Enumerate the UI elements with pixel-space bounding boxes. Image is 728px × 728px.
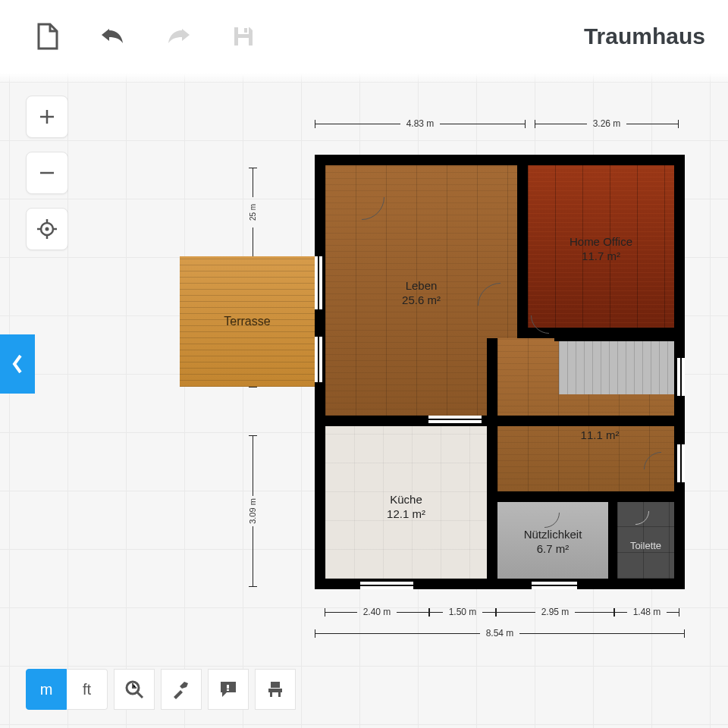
room-utility[interactable]: Nützlichkeit6.7 m² <box>497 502 608 579</box>
center-view-button[interactable] <box>26 208 68 250</box>
room-toilet[interactable]: Toilette <box>617 502 674 579</box>
interior-wall <box>554 334 676 341</box>
project-title[interactable]: Traumhaus <box>584 24 705 49</box>
interior-wall <box>487 491 685 502</box>
redo-button[interactable] <box>161 19 196 54</box>
door-arc <box>339 174 384 220</box>
save-icon <box>231 24 256 49</box>
window <box>315 256 322 309</box>
room-office[interactable]: Home Office11.7 m² <box>528 165 674 328</box>
chevron-left-icon <box>10 353 25 375</box>
redo-icon <box>165 26 191 47</box>
measure-icon <box>124 679 145 700</box>
canvas-fade <box>0 73 728 83</box>
room-terrace-label: Terrasse <box>180 256 315 387</box>
dimension-bottom-c: 2.95 m <box>496 607 614 617</box>
build-tool-button[interactable] <box>161 669 202 710</box>
svg-rect-6 <box>227 685 229 689</box>
dimension-bottom-d: 1.48 m <box>614 607 679 617</box>
dimension-bottom-total: 8.54 m <box>315 628 685 639</box>
chair-icon <box>265 679 285 699</box>
plus-icon <box>39 108 55 125</box>
window <box>532 582 577 589</box>
interior-wall <box>517 155 528 338</box>
window <box>677 358 685 396</box>
unit-metric-button[interactable]: m <box>26 669 67 710</box>
zoom-in-button[interactable] <box>26 96 68 138</box>
undo-icon <box>100 26 126 47</box>
interior-wall <box>487 416 497 589</box>
interior-wall <box>487 416 685 426</box>
window <box>315 337 322 382</box>
bottom-toolbar: m ft <box>26 669 296 710</box>
svg-rect-2 <box>244 28 247 33</box>
door-arc <box>529 497 560 528</box>
room-kitchen-label: Küche12.1 m² <box>325 493 487 522</box>
room-toilet-label: Toilette <box>617 540 674 552</box>
unit-toggle: m ft <box>26 669 108 710</box>
furnish-tool-button[interactable] <box>255 669 296 710</box>
window <box>428 416 482 423</box>
room-office-label: Home Office11.7 m² <box>528 235 674 264</box>
top-toolbar: Traumhaus <box>0 0 728 73</box>
note-tool-button[interactable] <box>208 669 249 710</box>
window <box>677 444 685 482</box>
undo-button[interactable] <box>96 19 130 54</box>
room-utility-label: Nützlichkeit6.7 m² <box>497 528 608 557</box>
room-kitchen[interactable]: Küche12.1 m² <box>325 426 487 579</box>
svg-point-4 <box>46 228 49 231</box>
new-file-button[interactable] <box>30 19 65 54</box>
dimension-left-upper: 25 m <box>247 168 258 257</box>
stairs <box>559 338 674 394</box>
svg-rect-7 <box>227 689 229 691</box>
canvas[interactable]: 4.83 m 3.26 m 25 m 1.40 m 3.09 m 2.40 m … <box>0 73 728 728</box>
window <box>360 582 413 589</box>
expand-side-panel-button[interactable] <box>0 334 35 394</box>
dimension-bottom-b: 1.50 m <box>429 607 496 617</box>
dimension-bottom-a: 2.40 m <box>325 607 429 617</box>
minus-icon <box>39 165 55 181</box>
svg-rect-1 <box>238 38 249 46</box>
zoom-controls <box>26 96 68 250</box>
measure-tool-button[interactable] <box>114 669 155 710</box>
unit-imperial-button[interactable]: ft <box>67 669 108 710</box>
zoom-out-button[interactable] <box>26 152 68 194</box>
save-button[interactable] <box>226 19 261 54</box>
new-file-icon <box>36 23 59 50</box>
dimension-top-left: 4.83 m <box>315 118 526 129</box>
crosshair-icon <box>37 219 57 239</box>
hammer-icon <box>171 679 191 699</box>
interior-wall <box>608 491 617 589</box>
comment-icon <box>218 679 238 699</box>
floor-plan[interactable]: Leben25.6 m² Home Office11.7 m² Flur11.1… <box>315 155 685 589</box>
interior-wall <box>487 338 497 425</box>
dimension-left-lower: 3.09 m <box>247 435 258 587</box>
dimension-top-right: 3.26 m <box>535 118 679 129</box>
room-terrace[interactable]: Terrasse <box>180 256 315 387</box>
